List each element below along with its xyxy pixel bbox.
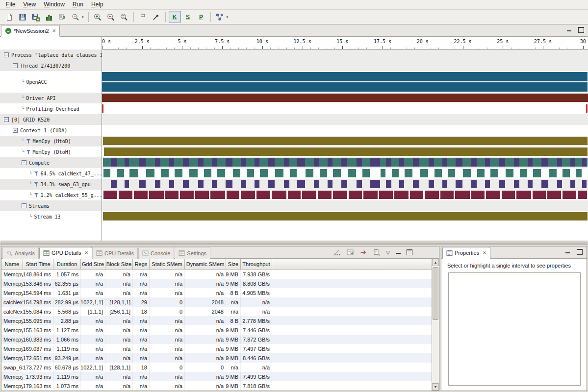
tab-settings[interactable]: Settings (175, 247, 210, 259)
timeline-interval-bar[interactable] (233, 169, 241, 177)
table-row[interactable]: Memcpy154.594 ms1.631 µsn/an/an/an/an/a8… (1, 288, 432, 297)
scroll-up-icon[interactable]: ▲ (432, 259, 439, 266)
marker-icon[interactable] (137, 11, 149, 23)
timeline-interval-bar[interactable] (486, 191, 500, 199)
timeline-interval-bar[interactable] (413, 158, 419, 167)
timeline-track[interactable] (102, 125, 588, 136)
timeline-interval-bar[interactable] (557, 158, 562, 167)
timeline-track[interactable] (102, 136, 588, 147)
maximize-button[interactable] (576, 248, 584, 255)
time-ruler[interactable]: 0 s2.5 s5 s7.5 s10 s12.5 s15 s17.5 s20 s… (102, 37, 588, 49)
timeline-interval-bar[interactable] (204, 169, 211, 177)
timeline-interval-bar[interactable] (198, 180, 204, 188)
collapse-toggle-icon[interactable]: − (13, 63, 18, 68)
tab-cpu-details[interactable]: CPU Details (92, 247, 138, 259)
timeline-row-label[interactable]: −Compute (0, 157, 102, 168)
timeline-interval-bar[interactable] (410, 191, 423, 199)
timeline-interval-bar[interactable] (103, 191, 117, 199)
timeline-interval-bar[interactable] (297, 180, 305, 188)
timeline-interval-bar[interactable] (379, 191, 393, 199)
collapse-toggle-icon[interactable]: − (13, 128, 18, 133)
timeline-interval-bar[interactable] (119, 191, 133, 199)
timeline-interval-bar[interactable] (463, 169, 471, 177)
timeline-interval-bar[interactable] (386, 158, 391, 167)
timeline-interval-bar[interactable] (333, 169, 341, 177)
timeline-track[interactable] (102, 179, 588, 190)
table-row[interactable]: Memcpy169.037 ms1.119 msn/an/an/an/an/a9… (1, 344, 432, 353)
timeline-interval-bar[interactable] (134, 191, 148, 199)
timeline-interval-bar[interactable] (528, 180, 533, 188)
timeline-interval-bar[interactable] (341, 180, 348, 188)
timeline-interval-bar[interactable] (149, 191, 164, 199)
timeline-row-label[interactable]: └Stream 13 (0, 211, 102, 222)
timeline-track[interactable] (102, 60, 588, 71)
timeline-interval-bar[interactable] (363, 191, 378, 199)
timeline-interval-bar[interactable] (381, 169, 385, 177)
timeline-interval-bar[interactable] (514, 180, 519, 188)
timeline-interval-bar[interactable] (557, 180, 562, 188)
table-row[interactable]: Memcpy173.93 ms1.119 msn/an/an/an/an/a9 … (1, 372, 432, 381)
timeline-interval-bar[interactable] (247, 169, 254, 177)
timeline-interval-bar[interactable] (541, 180, 548, 188)
timeline-interval-bar[interactable] (506, 169, 514, 177)
minimize-button[interactable] (563, 248, 571, 255)
timeline-interval-bar[interactable] (255, 180, 259, 188)
timeline-track[interactable] (102, 93, 588, 103)
timeline-track[interactable] (102, 114, 588, 125)
menu-run[interactable]: Run (69, 0, 87, 9)
tab-analysis[interactable]: Analysis (2, 247, 39, 259)
close-icon[interactable]: ✕ (483, 250, 486, 255)
export-icon[interactable] (56, 11, 68, 23)
timeline-track[interactable] (102, 157, 588, 168)
collapse-toggle-icon[interactable]: − (4, 117, 9, 122)
timeline-interval-bar[interactable] (516, 191, 531, 199)
timeline-interval-bar[interactable] (103, 212, 588, 220)
timeline-row-label[interactable]: └34.3% swap_63_gpu (0, 179, 102, 190)
session-tab[interactable]: *NewSession2 ✕ (1, 25, 60, 37)
timeline-interval-bar[interactable] (582, 158, 587, 167)
timeline-interval-bar[interactable] (349, 191, 362, 199)
process-toggle-icon[interactable]: P (195, 11, 207, 23)
timeline-track[interactable] (102, 211, 588, 222)
timeline-interval-bar[interactable] (139, 158, 146, 167)
timeline-interval-bar[interactable] (198, 158, 204, 167)
timeline-interval-bar[interactable] (399, 180, 404, 188)
zoom-in-icon[interactable] (92, 11, 104, 23)
filter-icon[interactable] (34, 193, 38, 197)
timeline-interval-bar[interactable] (490, 169, 498, 177)
timeline-interval-bar[interactable] (314, 180, 319, 188)
timeline-interval-bar[interactable] (341, 158, 348, 167)
kernel-toggle-icon[interactable]: K (169, 11, 181, 23)
close-icon[interactable]: ✕ (85, 250, 89, 255)
table-row[interactable]: Memcpy153.346 ms62.355 µsn/an/an/an/an/a… (1, 279, 432, 288)
timeline-row-label[interactable]: −Process "laplace_data_clauses 10... (0, 49, 102, 60)
analysis-menu-dropdown-icon[interactable]: ▾ (227, 15, 229, 19)
menu-view[interactable]: View (19, 0, 40, 9)
timeline-row-label[interactable]: −Thread 2741307200 (0, 60, 102, 71)
column-header-start-time[interactable]: Start Time (23, 259, 53, 269)
timeline-interval-bar[interactable] (175, 169, 182, 177)
timeline-interval-bar[interactable] (169, 180, 174, 188)
timeline-row-label[interactable]: └Driver API (0, 93, 102, 103)
menu-file[interactable]: File (2, 0, 19, 9)
table-row[interactable]: calcNext155.084 ms5.568 µs[1,1,1][256,1,… (1, 307, 432, 316)
timeline-interval-bar[interactable] (471, 158, 477, 167)
timeline-interval-bar[interactable] (435, 169, 442, 177)
timeline-interval-bar[interactable] (102, 72, 588, 81)
new-session-icon[interactable] (3, 11, 15, 23)
timeline-interval-bar[interactable] (226, 180, 232, 188)
table-row[interactable]: swap_63173.727 ms60.678 µs[1022,1,1][128… (1, 363, 432, 372)
column-header-dynamic-smem[interactable]: Dynamic SMem (185, 259, 226, 269)
timeline-interval-bar[interactable] (155, 158, 160, 167)
horizontal-scrollbar[interactable] (0, 241, 588, 245)
timeline-interval-bar[interactable] (520, 169, 527, 177)
chart-icon[interactable] (43, 11, 55, 23)
timeline-interval-bar[interactable] (533, 191, 546, 199)
column-header-grid-size[interactable]: Grid Size (81, 259, 105, 269)
timeline-interval-bar[interactable] (420, 169, 428, 177)
timeline-interval-bar[interactable] (362, 169, 370, 177)
timeline-interval-bar[interactable] (429, 158, 434, 167)
minimize-button[interactable] (394, 249, 402, 256)
timeline-interval-bar[interactable] (195, 191, 209, 199)
column-header-throughput[interactable]: Throughput (241, 259, 272, 269)
